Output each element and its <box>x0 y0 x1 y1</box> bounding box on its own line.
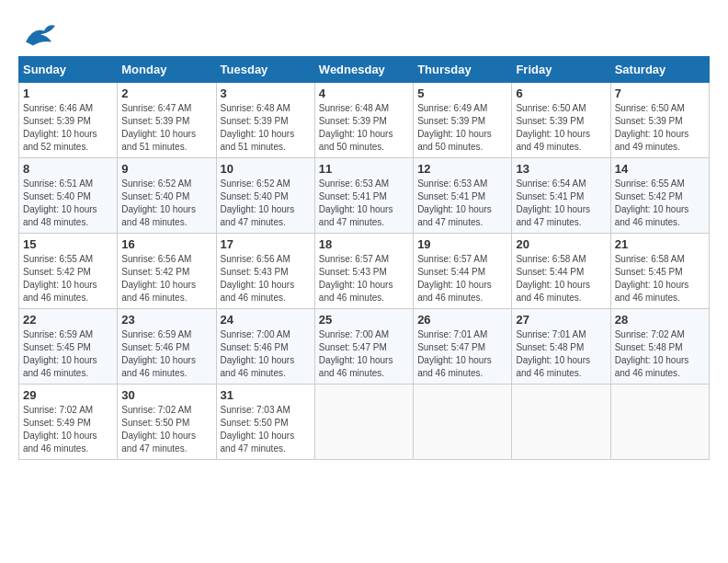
day-number: 18 <box>319 237 409 251</box>
day-number: 19 <box>417 237 507 251</box>
calendar-cell: 26 Sunrise: 7:01 AM Sunset: 5:47 PM Dayl… <box>414 309 512 385</box>
calendar-cell <box>610 385 709 460</box>
calendar-cell: 25 Sunrise: 7:00 AM Sunset: 5:47 PM Dayl… <box>314 309 413 385</box>
day-info: Sunrise: 6:55 AM Sunset: 5:42 PM Dayligh… <box>23 253 113 304</box>
day-number: 7 <box>615 86 705 100</box>
day-number: 23 <box>121 313 211 327</box>
day-number: 29 <box>23 388 113 402</box>
calendar-cell: 21 Sunrise: 6:58 AM Sunset: 5:45 PM Dayl… <box>610 234 709 309</box>
calendar-cell: 31 Sunrise: 7:03 AM Sunset: 5:50 PM Dayl… <box>216 385 314 460</box>
calendar-cell: 15 Sunrise: 6:55 AM Sunset: 5:42 PM Dayl… <box>19 234 118 309</box>
calendar-cell: 6 Sunrise: 6:50 AM Sunset: 5:39 PM Dayli… <box>512 83 610 158</box>
day-number: 26 <box>417 313 507 327</box>
calendar-cell: 4 Sunrise: 6:48 AM Sunset: 5:39 PM Dayli… <box>314 83 413 158</box>
day-number: 9 <box>121 162 211 176</box>
calendar-header-friday: Friday <box>512 57 610 83</box>
day-info: Sunrise: 6:54 AM Sunset: 5:41 PM Dayligh… <box>516 178 606 229</box>
calendar-cell: 10 Sunrise: 6:52 AM Sunset: 5:40 PM Dayl… <box>216 158 314 234</box>
day-info: Sunrise: 7:02 AM Sunset: 5:49 PM Dayligh… <box>23 404 113 455</box>
day-number: 22 <box>23 313 113 327</box>
day-info: Sunrise: 6:52 AM Sunset: 5:40 PM Dayligh… <box>121 178 211 229</box>
calendar-header-wednesday: Wednesday <box>314 57 413 83</box>
day-number: 15 <box>23 237 113 251</box>
calendar-cell: 23 Sunrise: 6:59 AM Sunset: 5:46 PM Dayl… <box>118 309 216 385</box>
calendar-cell: 20 Sunrise: 6:58 AM Sunset: 5:44 PM Dayl… <box>512 234 610 309</box>
day-info: Sunrise: 6:58 AM Sunset: 5:45 PM Dayligh… <box>615 253 705 304</box>
day-number: 30 <box>121 388 211 402</box>
calendar-cell: 8 Sunrise: 6:51 AM Sunset: 5:40 PM Dayli… <box>19 158 118 234</box>
calendar-cell: 1 Sunrise: 6:46 AM Sunset: 5:39 PM Dayli… <box>19 83 118 158</box>
calendar-cell: 22 Sunrise: 6:59 AM Sunset: 5:45 PM Dayl… <box>19 309 118 385</box>
day-number: 12 <box>417 162 507 176</box>
day-info: Sunrise: 6:58 AM Sunset: 5:44 PM Dayligh… <box>516 253 606 304</box>
day-number: 4 <box>319 86 409 100</box>
calendar-cell: 5 Sunrise: 6:49 AM Sunset: 5:39 PM Dayli… <box>414 83 512 158</box>
calendar-cell: 24 Sunrise: 7:00 AM Sunset: 5:46 PM Dayl… <box>216 309 314 385</box>
day-info: Sunrise: 7:02 AM Sunset: 5:48 PM Dayligh… <box>615 328 705 380</box>
day-info: Sunrise: 6:59 AM Sunset: 5:45 PM Dayligh… <box>23 328 113 380</box>
calendar-week-2: 8 Sunrise: 6:51 AM Sunset: 5:40 PM Dayli… <box>19 158 710 234</box>
calendar-body: 1 Sunrise: 6:46 AM Sunset: 5:39 PM Dayli… <box>19 83 710 460</box>
day-number: 6 <box>516 86 606 100</box>
day-info: Sunrise: 6:50 AM Sunset: 5:39 PM Dayligh… <box>615 102 705 154</box>
day-info: Sunrise: 6:57 AM Sunset: 5:43 PM Dayligh… <box>319 253 409 304</box>
calendar-cell: 11 Sunrise: 6:53 AM Sunset: 5:41 PM Dayl… <box>314 158 413 234</box>
day-info: Sunrise: 7:01 AM Sunset: 5:47 PM Dayligh… <box>417 328 507 380</box>
calendar-cell: 30 Sunrise: 7:02 AM Sunset: 5:50 PM Dayl… <box>118 385 216 460</box>
day-info: Sunrise: 6:53 AM Sunset: 5:41 PM Dayligh… <box>417 178 507 229</box>
logo-text <box>18 18 59 47</box>
day-info: Sunrise: 7:03 AM Sunset: 5:50 PM Dayligh… <box>221 404 311 455</box>
calendar-week-5: 29 Sunrise: 7:02 AM Sunset: 5:49 PM Dayl… <box>19 385 710 460</box>
calendar-header-tuesday: Tuesday <box>216 57 314 83</box>
day-info: Sunrise: 6:59 AM Sunset: 5:46 PM Dayligh… <box>121 328 211 380</box>
day-number: 10 <box>221 162 311 176</box>
day-number: 11 <box>319 162 409 176</box>
calendar-header-thursday: Thursday <box>414 57 512 83</box>
day-number: 1 <box>23 86 113 100</box>
calendar-cell: 14 Sunrise: 6:55 AM Sunset: 5:42 PM Dayl… <box>610 158 709 234</box>
day-number: 13 <box>516 162 606 176</box>
day-info: Sunrise: 7:00 AM Sunset: 5:46 PM Dayligh… <box>221 328 311 380</box>
calendar-cell: 17 Sunrise: 6:56 AM Sunset: 5:43 PM Dayl… <box>216 234 314 309</box>
calendar-cell: 19 Sunrise: 6:57 AM Sunset: 5:44 PM Dayl… <box>414 234 512 309</box>
calendar-cell: 9 Sunrise: 6:52 AM Sunset: 5:40 PM Dayli… <box>118 158 216 234</box>
calendar-header-row: SundayMondayTuesdayWednesdayThursdayFrid… <box>19 57 710 83</box>
day-number: 31 <box>221 388 311 402</box>
day-number: 14 <box>615 162 705 176</box>
day-info: Sunrise: 6:56 AM Sunset: 5:42 PM Dayligh… <box>121 253 211 304</box>
day-number: 21 <box>615 237 705 251</box>
calendar-week-3: 15 Sunrise: 6:55 AM Sunset: 5:42 PM Dayl… <box>19 234 710 309</box>
calendar-header-saturday: Saturday <box>610 57 709 83</box>
day-number: 16 <box>121 237 211 251</box>
calendar-header-monday: Monday <box>118 57 216 83</box>
day-info: Sunrise: 6:50 AM Sunset: 5:39 PM Dayligh… <box>516 102 606 154</box>
calendar-cell <box>512 385 610 460</box>
calendar-cell: 27 Sunrise: 7:01 AM Sunset: 5:48 PM Dayl… <box>512 309 610 385</box>
day-info: Sunrise: 6:46 AM Sunset: 5:39 PM Dayligh… <box>23 102 113 154</box>
day-info: Sunrise: 6:48 AM Sunset: 5:39 PM Dayligh… <box>221 102 311 154</box>
calendar-cell: 13 Sunrise: 6:54 AM Sunset: 5:41 PM Dayl… <box>512 158 610 234</box>
day-number: 3 <box>221 86 311 100</box>
calendar-cell: 3 Sunrise: 6:48 AM Sunset: 5:39 PM Dayli… <box>216 83 314 158</box>
day-info: Sunrise: 6:49 AM Sunset: 5:39 PM Dayligh… <box>417 102 507 154</box>
day-number: 25 <box>319 313 409 327</box>
calendar-cell <box>414 385 512 460</box>
day-info: Sunrise: 6:48 AM Sunset: 5:39 PM Dayligh… <box>319 102 409 154</box>
day-info: Sunrise: 6:55 AM Sunset: 5:42 PM Dayligh… <box>615 178 705 229</box>
day-number: 28 <box>615 313 705 327</box>
calendar-week-4: 22 Sunrise: 6:59 AM Sunset: 5:45 PM Dayl… <box>19 309 710 385</box>
calendar-cell: 29 Sunrise: 7:02 AM Sunset: 5:49 PM Dayl… <box>19 385 118 460</box>
day-info: Sunrise: 6:57 AM Sunset: 5:44 PM Dayligh… <box>417 253 507 304</box>
day-info: Sunrise: 6:53 AM Sunset: 5:41 PM Dayligh… <box>319 178 409 229</box>
day-info: Sunrise: 7:00 AM Sunset: 5:47 PM Dayligh… <box>319 328 409 380</box>
day-number: 5 <box>417 86 507 100</box>
calendar-header-sunday: Sunday <box>19 57 118 83</box>
calendar-cell: 2 Sunrise: 6:47 AM Sunset: 5:39 PM Dayli… <box>118 83 216 158</box>
calendar-week-1: 1 Sunrise: 6:46 AM Sunset: 5:39 PM Dayli… <box>19 83 710 158</box>
calendar-cell <box>314 385 413 460</box>
logo-bird-icon <box>22 18 59 51</box>
page-header <box>18 18 710 47</box>
calendar-cell: 12 Sunrise: 6:53 AM Sunset: 5:41 PM Dayl… <box>414 158 512 234</box>
calendar-cell: 28 Sunrise: 7:02 AM Sunset: 5:48 PM Dayl… <box>610 309 709 385</box>
calendar-cell: 7 Sunrise: 6:50 AM Sunset: 5:39 PM Dayli… <box>610 83 709 158</box>
